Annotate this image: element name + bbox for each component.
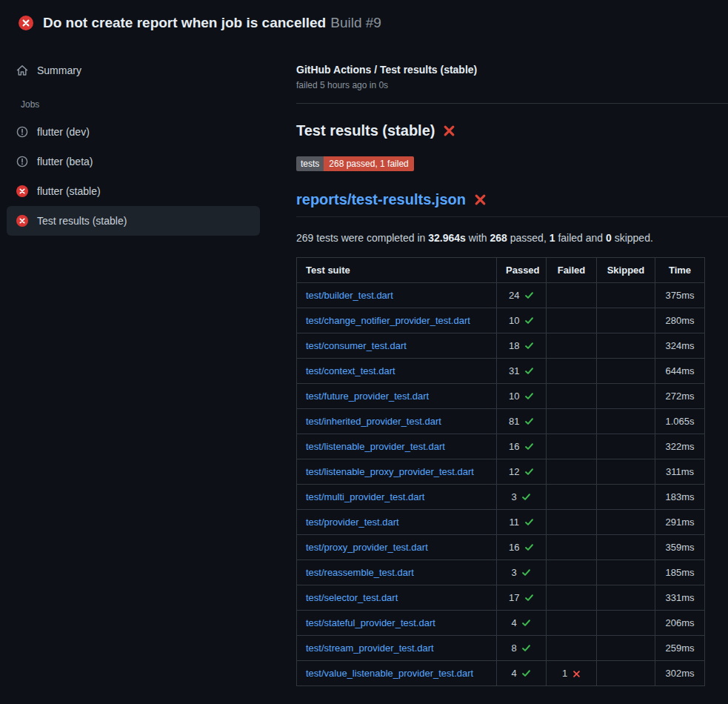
summary-segment: 268 xyxy=(490,232,507,244)
check-icon xyxy=(524,366,534,376)
passed-cell: 31 xyxy=(497,359,547,384)
sidebar-job-item[interactable]: flutter (dev) xyxy=(7,117,260,147)
suite-link[interactable]: test/reassemble_test.dart xyxy=(306,567,414,578)
check-icon xyxy=(524,416,534,426)
skipped-cell xyxy=(597,510,655,535)
suite-link[interactable]: test/stateful_provider_test.dart xyxy=(306,617,435,628)
tests-badge: tests 268 passed, 1 failed xyxy=(296,156,414,171)
failed-x-icon xyxy=(443,124,455,137)
table-row: test/provider_test.dart11 291ms xyxy=(297,510,705,535)
badge-label: tests xyxy=(296,156,324,171)
suite-cell: test/stateful_provider_test.dart xyxy=(297,611,497,636)
failed-cell xyxy=(547,510,597,535)
check-icon xyxy=(524,341,534,351)
suite-cell: test/multi_provider_test.dart xyxy=(297,485,497,510)
summary-segment: failed and xyxy=(555,232,607,244)
check-icon xyxy=(521,568,531,577)
suite-cell: test/stream_provider_test.dart xyxy=(297,636,497,661)
summary-segment: 1 xyxy=(550,232,555,244)
passed-cell: 8 xyxy=(497,636,547,661)
failed-cell xyxy=(547,359,597,384)
time-cell: 331ms xyxy=(655,585,705,611)
failed-cell xyxy=(547,560,597,585)
time-cell: 206ms xyxy=(655,611,705,636)
table-row: test/listenable_provider_test.dart16 322… xyxy=(297,434,705,459)
suite-link[interactable]: test/inherited_provider_test.dart xyxy=(306,416,441,427)
failed-x-icon xyxy=(474,193,487,206)
sidebar-job-item[interactable]: flutter (beta) xyxy=(7,147,260,176)
table-header-row: Test suite Passed Failed Skipped Time xyxy=(297,258,705,283)
time-cell: 644ms xyxy=(655,359,705,384)
skipped-cell xyxy=(597,359,655,384)
suite-cell: test/builder_test.dart xyxy=(297,283,497,308)
breadcrumb: GitHub Actions / Test results (stable) xyxy=(296,64,728,76)
report-link[interactable]: reports/test-results.json xyxy=(296,191,466,208)
failed-cell xyxy=(547,384,597,409)
suite-link[interactable]: test/context_test.dart xyxy=(306,365,395,376)
cancelled-status-icon xyxy=(16,156,28,167)
suite-link[interactable]: test/proxy_provider_test.dart xyxy=(306,542,428,553)
check-icon xyxy=(524,391,534,401)
job-label: flutter (stable) xyxy=(37,185,101,197)
suite-link[interactable]: test/value_listenable_provider_test.dart xyxy=(306,668,473,679)
passed-cell: 12 xyxy=(497,459,547,485)
table-row: test/inherited_provider_test.dart81 1.06… xyxy=(297,409,705,434)
home-icon xyxy=(16,64,28,76)
failed-cell xyxy=(547,333,597,359)
passed-cell: 18 xyxy=(497,333,547,359)
section-title-text: Test results (stable) xyxy=(296,122,435,139)
suite-link[interactable]: test/selector_test.dart xyxy=(306,592,398,603)
suite-link[interactable]: test/future_provider_test.dart xyxy=(306,391,429,402)
failed-cell xyxy=(547,611,597,636)
table-row: test/stream_provider_test.dart8 259ms xyxy=(297,636,705,661)
check-icon xyxy=(521,618,531,628)
suite-link[interactable]: test/consumer_test.dart xyxy=(306,340,407,351)
failed-cell xyxy=(547,585,597,611)
passed-cell: 4 xyxy=(497,661,547,686)
suite-link[interactable]: test/stream_provider_test.dart xyxy=(306,642,434,654)
table-row: test/change_notifier_provider_test.dart1… xyxy=(297,308,705,333)
time-cell: 291ms xyxy=(655,510,705,535)
time-cell: 375ms xyxy=(655,283,705,308)
table-row: test/reassemble_test.dart3 185ms xyxy=(297,560,705,585)
sidebar-job-item[interactable]: Test results (stable) xyxy=(7,206,260,236)
check-icon xyxy=(524,542,534,552)
skipped-cell xyxy=(597,611,655,636)
table-row: test/proxy_provider_test.dart16 359ms xyxy=(297,535,705,560)
failed-cell xyxy=(547,308,597,333)
summary-segment: 269 tests were completed in xyxy=(296,232,428,244)
suite-cell: test/provider_test.dart xyxy=(297,510,497,535)
failed-cell xyxy=(547,434,597,459)
check-icon xyxy=(524,442,534,451)
skipped-cell xyxy=(597,459,655,485)
time-cell: 272ms xyxy=(655,384,705,409)
time-cell: 1.065s xyxy=(655,409,705,434)
suite-cell: test/listenable_provider_test.dart xyxy=(297,434,497,459)
sidebar-item-summary[interactable]: Summary xyxy=(7,56,260,84)
summary-line: 269 tests were completed in 32.964s with… xyxy=(296,232,728,244)
passed-cell: 24 xyxy=(497,283,547,308)
sidebar: Summary Jobs flutter (dev)flutter (beta)… xyxy=(0,41,267,236)
suite-link[interactable]: test/multi_provider_test.dart xyxy=(306,491,424,502)
suite-cell: test/listenable_proxy_provider_test.dart xyxy=(297,459,497,485)
time-cell: 185ms xyxy=(655,560,705,585)
x-icon xyxy=(572,670,581,678)
skipped-cell xyxy=(597,434,655,459)
col-header-passed: Passed xyxy=(497,258,547,283)
failed-status-icon xyxy=(16,185,28,197)
suite-link[interactable]: test/change_notifier_provider_test.dart xyxy=(306,315,470,326)
time-cell: 311ms xyxy=(655,459,705,485)
suite-link[interactable]: test/builder_test.dart xyxy=(306,290,393,301)
col-header-skipped: Skipped xyxy=(597,258,655,283)
failed-cell xyxy=(547,459,597,485)
summary-segment: 32.964s xyxy=(428,232,466,244)
suite-cell: test/consumer_test.dart xyxy=(297,333,497,359)
failed-cell xyxy=(547,283,597,308)
sidebar-job-item[interactable]: flutter (stable) xyxy=(7,176,260,206)
suite-link[interactable]: test/listenable_provider_test.dart xyxy=(306,441,445,452)
suite-link[interactable]: test/provider_test.dart xyxy=(306,517,399,528)
suite-link[interactable]: test/listenable_proxy_provider_test.dart xyxy=(306,466,474,477)
check-icon xyxy=(524,316,534,325)
skipped-cell xyxy=(597,485,655,510)
time-cell: 280ms xyxy=(655,308,705,333)
